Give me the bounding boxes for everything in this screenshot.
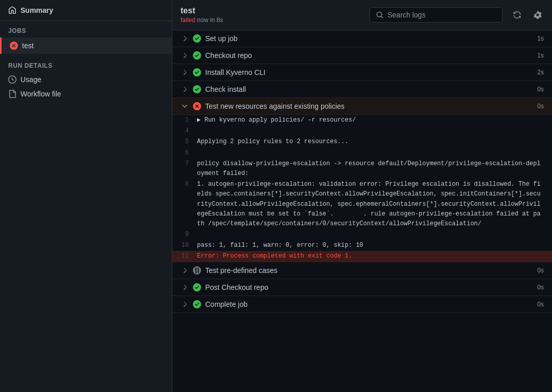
chevron-down-icon (181, 102, 189, 110)
summary-label: Summary (21, 6, 53, 14)
log-content[interactable]: Set up job 1s Checkout repo 1s Install K… (172, 30, 552, 392)
summary-nav-item[interactable]: Summary (0, 0, 172, 21)
chevron-right-icon (181, 266, 189, 275)
line-content-error: Error: Process completed with exit code … (197, 251, 544, 261)
log-line: 5 Applying 2 policy rules to 2 resources… (172, 136, 552, 147)
step-success-icon (193, 51, 201, 60)
workflow-file-label: Workflow file (21, 90, 61, 98)
step-error-icon (193, 102, 201, 110)
step-name-check-install: Check install (205, 85, 533, 93)
line-content: Applying 2 policy rules to 2 resources..… (197, 137, 544, 147)
chevron-right-icon (181, 68, 189, 76)
job-title: test (181, 6, 361, 15)
usage-label: Usage (21, 75, 41, 84)
log-line: 10 pass: 1, fail: 1, warn: 0, error: 0, … (172, 240, 552, 251)
log-line: 4 (172, 126, 552, 136)
step-duration-checkout: 1s (537, 52, 544, 59)
settings-button[interactable] (531, 9, 544, 21)
refresh-icon (513, 11, 521, 19)
step-row-install-cli[interactable]: Install Kyverno CLI 2s (172, 64, 552, 81)
job-test-item[interactable]: test (0, 37, 172, 54)
log-line-error: 11 Error: Process completed with exit co… (172, 251, 552, 262)
log-line: 7 policy disallow-privilege-escalation -… (172, 159, 552, 179)
line-content: pass: 1, fail: 1, warn: 0, error: 0, ski… (197, 241, 544, 250)
status-text: failed (181, 16, 195, 24)
step-name-setup: Set up job (205, 34, 533, 43)
search-input[interactable] (387, 11, 496, 19)
error-icon (10, 42, 18, 50)
step-row-test-resources[interactable]: Test new resources against existing poli… (172, 98, 552, 115)
step-row-complete-job[interactable]: Complete job 0s (172, 296, 552, 313)
step-duration-test-predefined: 0s (537, 267, 544, 274)
line-number: 10 (172, 241, 197, 250)
workflow-file-detail-item[interactable]: Workflow file (0, 87, 172, 101)
refresh-button[interactable] (511, 9, 523, 21)
step-skip-icon (193, 266, 201, 275)
chevron-right-icon (181, 85, 189, 93)
job-test-label: test (22, 42, 34, 50)
chevron-right-icon (181, 300, 189, 308)
step-duration-install-cli: 2s (537, 69, 544, 76)
run-details-section-label: Run details (0, 54, 172, 72)
step-duration-post-checkout: 0s (537, 284, 544, 291)
line-content: 1. autogen-privilege-escalation: validat… (197, 180, 544, 229)
line-content: ▶ Run kyverno apply policies/ -r resourc… (197, 115, 544, 125)
step-success-icon (193, 283, 201, 291)
sidebar: Summary Jobs test Run details Usage Work… (0, 0, 172, 392)
step-duration-test-resources: 0s (537, 103, 544, 110)
line-number: 4 (172, 126, 197, 136)
time-text-value: now in 8s (197, 16, 223, 24)
step-name-test-resources: Test new resources against existing poli… (205, 102, 533, 110)
chevron-right-icon (181, 283, 189, 291)
clock-icon (8, 75, 16, 84)
settings-icon (534, 11, 542, 19)
line-number: 5 (172, 137, 197, 147)
line-number: 9 (172, 230, 197, 240)
job-status-line: failed now in 8s (181, 16, 361, 24)
usage-detail-item[interactable]: Usage (0, 72, 172, 87)
file-icon (8, 90, 16, 98)
step-row-post-checkout[interactable]: Post Checkout repo 0s (172, 279, 552, 296)
step-success-icon (193, 300, 201, 308)
step-row-checkout[interactable]: Checkout repo 1s (172, 47, 552, 64)
log-line: 6 (172, 148, 552, 159)
log-line: 8 1. autogen-privilege-escalation: valid… (172, 179, 552, 229)
step-success-icon (193, 85, 201, 93)
line-content: policy disallow-privilege-escalation -> … (197, 159, 544, 179)
step-name-complete-job: Complete job (205, 300, 533, 308)
step-name-test-predefined: Test pre-defined cases (205, 266, 533, 275)
line-number: 11 (172, 251, 197, 261)
line-number: 1 (172, 115, 197, 125)
step-duration-check-install: 0s (537, 86, 544, 93)
step-duration-complete-job: 0s (537, 301, 544, 308)
step-row-test-predefined[interactable]: Test pre-defined cases 0s (172, 262, 552, 279)
step-name-checkout: Checkout repo (205, 51, 533, 60)
step-duration-setup: 1s (537, 35, 544, 42)
jobs-section-label: Jobs (0, 21, 172, 37)
step-row-setup[interactable]: Set up job 1s (172, 30, 552, 47)
search-icon (376, 11, 383, 19)
log-lines: 1 ▶ Run kyverno apply policies/ -r resou… (172, 115, 552, 262)
home-icon (8, 6, 16, 14)
step-row-check-install[interactable]: Check install 0s (172, 81, 552, 98)
log-line: 9 (172, 229, 552, 240)
chevron-right-icon (181, 34, 189, 43)
search-bar[interactable] (369, 7, 503, 23)
step-name-install-cli: Install Kyverno CLI (205, 68, 533, 76)
log-line: 1 ▶ Run kyverno apply policies/ -r resou… (172, 115, 552, 126)
step-name-post-checkout: Post Checkout repo (205, 283, 533, 291)
line-number: 8 (172, 180, 197, 189)
chevron-right-icon (181, 51, 189, 60)
line-number: 7 (172, 159, 197, 169)
step-success-icon (193, 68, 201, 76)
step-success-icon (193, 34, 201, 43)
main-header: test failed now in 8s (172, 0, 552, 30)
header-info: test failed now in 8s (181, 6, 361, 24)
main-content: test failed now in 8s (172, 0, 552, 392)
line-number: 6 (172, 148, 197, 158)
